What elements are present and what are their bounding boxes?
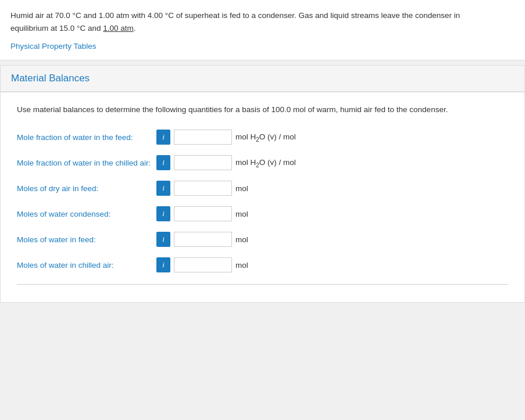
material-balances-header: Material Balances — [1, 66, 524, 92]
material-balances-title: Material Balances — [11, 73, 514, 84]
input-group-moles-water-condensed: i mol — [156, 206, 248, 221]
unit-moles-water-condensed: mol — [235, 210, 248, 218]
label-moles-dry-air: Moles of dry air in feed: — [17, 184, 156, 193]
unit-moles-water-chilled: mol — [235, 261, 248, 270]
label-moles-water-condensed: Moles of water condensed: — [17, 210, 156, 218]
label-moles-water-chilled: Moles of water in chilled air: — [17, 261, 156, 270]
instruction-text: Use material balances to determine the f… — [17, 104, 508, 116]
material-balances-body: Use material balances to determine the f… — [1, 92, 524, 302]
info-button-mole-fraction-chilled[interactable]: i — [156, 155, 170, 170]
problem-description: Humid air at 70.0 °C and 1.00 atm with 4… — [10, 9, 515, 34]
info-button-mole-fraction-feed[interactable]: i — [156, 130, 170, 145]
form-row-moles-water-feed: Moles of water in feed: i mol — [17, 232, 508, 247]
info-button-moles-water-chilled[interactable]: i — [156, 257, 170, 272]
input-moles-dry-air[interactable] — [174, 181, 232, 196]
input-group-moles-water-chilled: i mol — [156, 257, 248, 272]
label-mole-fraction-feed: Mole fraction of water in the feed: — [17, 133, 156, 142]
info-button-moles-water-condensed[interactable]: i — [156, 206, 170, 221]
form-row-moles-water-condensed: Moles of water condensed: i mol — [17, 206, 508, 221]
page-wrapper: Humid air at 70.0 °C and 1.00 atm with 4… — [0, 0, 525, 420]
info-button-moles-water-feed[interactable]: i — [156, 232, 170, 247]
unit-mole-fraction-feed: mol H2O (v) / mol — [235, 132, 296, 143]
input-moles-water-feed[interactable] — [174, 232, 232, 247]
bottom-divider — [17, 284, 508, 285]
input-mole-fraction-chilled[interactable] — [174, 155, 232, 170]
input-group-moles-dry-air: i mol — [156, 181, 248, 196]
input-group-moles-water-feed: i mol — [156, 232, 248, 247]
unit-moles-water-feed: mol — [235, 235, 248, 244]
physical-property-tables-link[interactable]: Physical Property Tables — [10, 42, 97, 51]
label-moles-water-feed: Moles of water in feed: — [17, 235, 156, 244]
input-mole-fraction-feed[interactable] — [174, 130, 232, 145]
input-group-mole-fraction-feed: i mol H2O (v) / mol — [156, 130, 296, 145]
unit-moles-dry-air: mol — [235, 184, 248, 193]
form-row-moles-dry-air: Moles of dry air in feed: i mol — [17, 181, 508, 196]
input-moles-water-chilled[interactable] — [174, 257, 232, 272]
form-row-moles-water-chilled: Moles of water in chilled air: i mol — [17, 257, 508, 272]
top-section: Humid air at 70.0 °C and 1.00 atm with 4… — [0, 0, 525, 60]
label-mole-fraction-chilled: Mole fraction of water in the chilled ai… — [17, 159, 156, 167]
input-moles-water-condensed[interactable] — [174, 206, 232, 221]
form-row-mole-fraction-feed: Mole fraction of water in the feed: i mo… — [17, 130, 508, 145]
info-button-moles-dry-air[interactable]: i — [156, 181, 170, 196]
material-balances-section: Material Balances Use material balances … — [0, 65, 525, 303]
unit-mole-fraction-chilled: mol H2O (v) / mol — [235, 158, 296, 168]
form-row-mole-fraction-chilled: Mole fraction of water in the chilled ai… — [17, 155, 508, 170]
input-group-mole-fraction-chilled: i mol H2O (v) / mol — [156, 155, 296, 170]
